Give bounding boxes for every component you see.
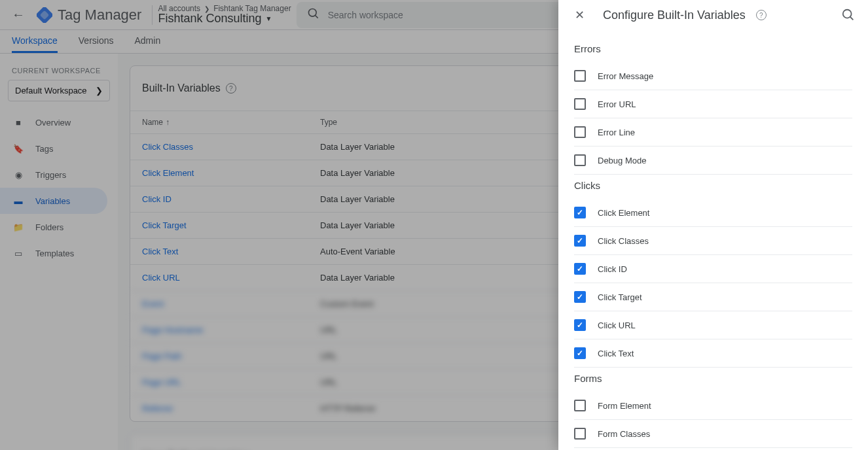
checkbox[interactable] xyxy=(574,347,586,359)
checkbox[interactable] xyxy=(574,235,586,247)
checkbox[interactable] xyxy=(574,98,586,110)
checkbox[interactable] xyxy=(574,291,586,303)
variable-label: Click URL xyxy=(598,320,636,330)
checkbox[interactable] xyxy=(574,428,586,440)
checkbox[interactable] xyxy=(574,400,586,411)
variable-label: Click Text xyxy=(598,349,634,358)
variable-toggle-row[interactable]: Form Classes xyxy=(574,420,852,448)
section-title: Forms xyxy=(574,373,852,384)
variable-toggle-row[interactable]: Click Classes xyxy=(574,227,852,255)
checkbox[interactable] xyxy=(574,319,586,331)
svg-point-8 xyxy=(843,10,852,18)
variable-toggle-row[interactable]: Click ID xyxy=(574,255,852,283)
variable-toggle-row[interactable]: Error URL xyxy=(574,90,852,118)
variable-label: Error Message xyxy=(598,71,653,81)
variable-toggle-row[interactable]: Error Line xyxy=(574,118,852,147)
checkbox[interactable] xyxy=(574,70,586,82)
variable-toggle-row[interactable]: Click URL xyxy=(574,311,852,339)
variable-toggle-row[interactable]: Error Message xyxy=(574,62,852,90)
variable-label: Click Target xyxy=(598,292,642,302)
configure-panel: ✕ Configure Built-In Variables ? ErrorsE… xyxy=(558,0,868,450)
variable-toggle-row[interactable]: Click Element xyxy=(574,199,852,227)
checkbox[interactable] xyxy=(574,126,586,138)
checkbox[interactable] xyxy=(574,154,586,166)
help-icon[interactable]: ? xyxy=(756,10,767,20)
variable-label: Debug Mode xyxy=(598,156,646,165)
close-button[interactable]: ✕ xyxy=(566,2,592,28)
variable-label: Click Classes xyxy=(598,236,649,246)
panel-search-button[interactable] xyxy=(837,3,860,27)
section-title: Clicks xyxy=(574,180,852,191)
panel-title: Configure Built-In Variables xyxy=(603,9,746,22)
variable-label: Form Classes xyxy=(598,429,650,439)
variable-toggle-row[interactable]: Form Element xyxy=(574,392,852,420)
variable-toggle-row[interactable]: Click Target xyxy=(574,283,852,311)
variable-label: Error URL xyxy=(598,99,636,109)
section-title: Errors xyxy=(574,43,852,54)
checkbox[interactable] xyxy=(574,207,586,218)
variable-toggle-row[interactable]: Debug Mode xyxy=(574,147,852,175)
checkbox[interactable] xyxy=(574,263,586,275)
svg-line-9 xyxy=(850,17,854,20)
variable-label: Error Line xyxy=(598,128,635,137)
variable-label: Click Element xyxy=(598,208,649,218)
variable-toggle-row[interactable]: Click Text xyxy=(574,339,852,368)
variable-label: Click ID xyxy=(598,264,627,274)
variable-label: Form Element xyxy=(598,401,651,411)
